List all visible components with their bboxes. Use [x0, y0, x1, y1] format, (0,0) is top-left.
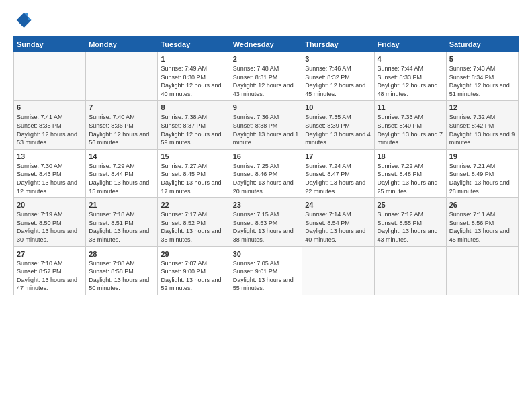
day-cell: 10Sunrise: 7:35 AMSunset: 8:39 PMDayligh…	[302, 101, 374, 149]
day-info: Sunrise: 7:48 AMSunset: 8:31 PMDaylight:…	[233, 64, 299, 98]
day-number: 26	[449, 201, 515, 209]
day-info: Sunrise: 7:25 AMSunset: 8:46 PMDaylight:…	[233, 162, 299, 195]
week-row-2: 6Sunrise: 7:41 AMSunset: 8:35 PMDaylight…	[14, 101, 519, 149]
day-number: 11	[378, 103, 443, 111]
day-info: Sunrise: 7:27 AMSunset: 8:45 PMDaylight:…	[161, 162, 226, 195]
day-cell: 16Sunrise: 7:25 AMSunset: 8:46 PMDayligh…	[230, 149, 302, 197]
day-number: 5	[449, 55, 515, 63]
day-number: 6	[17, 103, 83, 111]
logo	[13, 11, 35, 30]
day-number: 24	[305, 201, 371, 209]
day-cell: 13Sunrise: 7:30 AMSunset: 8:43 PMDayligh…	[14, 149, 86, 197]
day-number: 20	[17, 201, 83, 209]
week-row-3: 13Sunrise: 7:30 AMSunset: 8:43 PMDayligh…	[14, 149, 519, 197]
col-header-thursday: Thursday	[302, 37, 374, 52]
day-cell: 20Sunrise: 7:19 AMSunset: 8:50 PMDayligh…	[14, 198, 86, 246]
day-cell	[14, 52, 86, 101]
day-number: 30	[233, 250, 299, 258]
day-cell: 5Sunrise: 7:43 AMSunset: 8:34 PMDaylight…	[446, 52, 518, 101]
week-row-1: 1Sunrise: 7:49 AMSunset: 8:30 PMDaylight…	[14, 52, 519, 101]
day-number: 21	[89, 201, 154, 209]
day-number: 2	[233, 55, 299, 63]
day-number: 13	[17, 152, 83, 161]
day-info: Sunrise: 7:18 AMSunset: 8:51 PMDaylight:…	[89, 210, 154, 244]
day-cell: 17Sunrise: 7:24 AMSunset: 8:47 PMDayligh…	[302, 149, 374, 197]
day-number: 16	[233, 152, 299, 161]
day-number: 15	[161, 152, 226, 161]
calendar-table: SundayMondayTuesdayWednesdayThursdayFrid…	[13, 36, 519, 295]
day-info: Sunrise: 7:30 AMSunset: 8:43 PMDaylight:…	[17, 162, 83, 195]
day-cell: 2Sunrise: 7:48 AMSunset: 8:31 PMDaylight…	[230, 52, 302, 101]
day-info: Sunrise: 7:35 AMSunset: 8:39 PMDaylight:…	[305, 113, 371, 146]
day-number: 17	[305, 152, 371, 161]
day-info: Sunrise: 7:40 AMSunset: 8:36 PMDaylight:…	[89, 113, 154, 146]
day-info: Sunrise: 7:49 AMSunset: 8:30 PMDaylight:…	[161, 64, 226, 98]
week-row-5: 27Sunrise: 7:10 AMSunset: 8:57 PMDayligh…	[14, 246, 519, 295]
day-cell: 9Sunrise: 7:36 AMSunset: 8:38 PMDaylight…	[230, 101, 302, 149]
day-cell: 7Sunrise: 7:40 AMSunset: 8:36 PMDaylight…	[86, 101, 158, 149]
day-cell: 12Sunrise: 7:32 AMSunset: 8:42 PMDayligh…	[446, 101, 518, 149]
day-number: 18	[378, 152, 443, 161]
day-number: 14	[89, 152, 154, 161]
day-cell: 27Sunrise: 7:10 AMSunset: 8:57 PMDayligh…	[14, 246, 86, 295]
day-info: Sunrise: 7:14 AMSunset: 8:54 PMDaylight:…	[305, 210, 371, 244]
day-cell: 4Sunrise: 7:44 AMSunset: 8:33 PMDaylight…	[374, 52, 446, 101]
day-cell: 25Sunrise: 7:12 AMSunset: 8:55 PMDayligh…	[374, 198, 446, 246]
day-info: Sunrise: 7:08 AMSunset: 8:58 PMDaylight:…	[89, 259, 154, 293]
day-cell: 21Sunrise: 7:18 AMSunset: 8:51 PMDayligh…	[86, 198, 158, 246]
day-info: Sunrise: 7:38 AMSunset: 8:37 PMDaylight:…	[161, 113, 226, 146]
day-cell: 14Sunrise: 7:29 AMSunset: 8:44 PMDayligh…	[86, 149, 158, 197]
day-info: Sunrise: 7:11 AMSunset: 8:56 PMDaylight:…	[449, 210, 515, 244]
day-number: 27	[17, 250, 83, 258]
day-number: 9	[233, 103, 299, 111]
day-info: Sunrise: 7:36 AMSunset: 8:38 PMDaylight:…	[233, 113, 299, 146]
day-cell: 15Sunrise: 7:27 AMSunset: 8:45 PMDayligh…	[158, 149, 230, 197]
day-info: Sunrise: 7:10 AMSunset: 8:57 PMDaylight:…	[17, 259, 83, 293]
day-info: Sunrise: 7:41 AMSunset: 8:35 PMDaylight:…	[17, 113, 83, 146]
day-cell: 3Sunrise: 7:46 AMSunset: 8:32 PMDaylight…	[302, 52, 374, 101]
page: SundayMondayTuesdayWednesdayThursdayFrid…	[0, 0, 532, 411]
week-row-4: 20Sunrise: 7:19 AMSunset: 8:50 PMDayligh…	[14, 198, 519, 246]
day-cell	[446, 246, 518, 295]
day-cell: 18Sunrise: 7:22 AMSunset: 8:48 PMDayligh…	[374, 149, 446, 197]
day-cell: 28Sunrise: 7:08 AMSunset: 8:58 PMDayligh…	[86, 246, 158, 295]
day-cell: 8Sunrise: 7:38 AMSunset: 8:37 PMDaylight…	[158, 101, 230, 149]
day-number: 4	[378, 55, 443, 63]
day-number: 29	[161, 250, 226, 258]
day-number: 3	[305, 55, 371, 63]
day-number: 23	[233, 201, 299, 209]
day-cell: 24Sunrise: 7:14 AMSunset: 8:54 PMDayligh…	[302, 198, 374, 246]
day-info: Sunrise: 7:32 AMSunset: 8:42 PMDaylight:…	[449, 113, 515, 146]
day-cell: 23Sunrise: 7:15 AMSunset: 8:53 PMDayligh…	[230, 198, 302, 246]
header	[13, 11, 519, 30]
day-info: Sunrise: 7:15 AMSunset: 8:53 PMDaylight:…	[233, 210, 299, 244]
day-number: 1	[161, 55, 226, 63]
col-header-tuesday: Tuesday	[158, 37, 230, 52]
day-info: Sunrise: 7:44 AMSunset: 8:33 PMDaylight:…	[378, 64, 443, 98]
day-info: Sunrise: 7:43 AMSunset: 8:34 PMDaylight:…	[449, 64, 515, 98]
day-cell	[374, 246, 446, 295]
day-number: 25	[378, 201, 443, 209]
calendar-header-row: SundayMondayTuesdayWednesdayThursdayFrid…	[14, 37, 519, 52]
day-info: Sunrise: 7:29 AMSunset: 8:44 PMDaylight:…	[89, 162, 154, 195]
logo-icon	[13, 11, 32, 30]
day-cell: 30Sunrise: 7:05 AMSunset: 9:01 PMDayligh…	[230, 246, 302, 295]
day-info: Sunrise: 7:17 AMSunset: 8:52 PMDaylight:…	[161, 210, 226, 244]
day-info: Sunrise: 7:19 AMSunset: 8:50 PMDaylight:…	[17, 210, 83, 244]
day-info: Sunrise: 7:05 AMSunset: 9:01 PMDaylight:…	[233, 259, 299, 293]
day-cell: 26Sunrise: 7:11 AMSunset: 8:56 PMDayligh…	[446, 198, 518, 246]
day-number: 10	[305, 103, 371, 111]
day-info: Sunrise: 7:21 AMSunset: 8:49 PMDaylight:…	[449, 162, 515, 195]
col-header-sunday: Sunday	[14, 37, 86, 52]
day-cell: 1Sunrise: 7:49 AMSunset: 8:30 PMDaylight…	[158, 52, 230, 101]
day-number: 8	[161, 103, 226, 111]
day-info: Sunrise: 7:07 AMSunset: 9:00 PMDaylight:…	[161, 259, 226, 293]
day-cell: 22Sunrise: 7:17 AMSunset: 8:52 PMDayligh…	[158, 198, 230, 246]
day-cell	[86, 52, 158, 101]
col-header-friday: Friday	[374, 37, 446, 52]
day-number: 28	[89, 250, 154, 258]
day-cell: 6Sunrise: 7:41 AMSunset: 8:35 PMDaylight…	[14, 101, 86, 149]
day-cell: 29Sunrise: 7:07 AMSunset: 9:00 PMDayligh…	[158, 246, 230, 295]
day-cell: 19Sunrise: 7:21 AMSunset: 8:49 PMDayligh…	[446, 149, 518, 197]
day-info: Sunrise: 7:46 AMSunset: 8:32 PMDaylight:…	[305, 64, 371, 98]
